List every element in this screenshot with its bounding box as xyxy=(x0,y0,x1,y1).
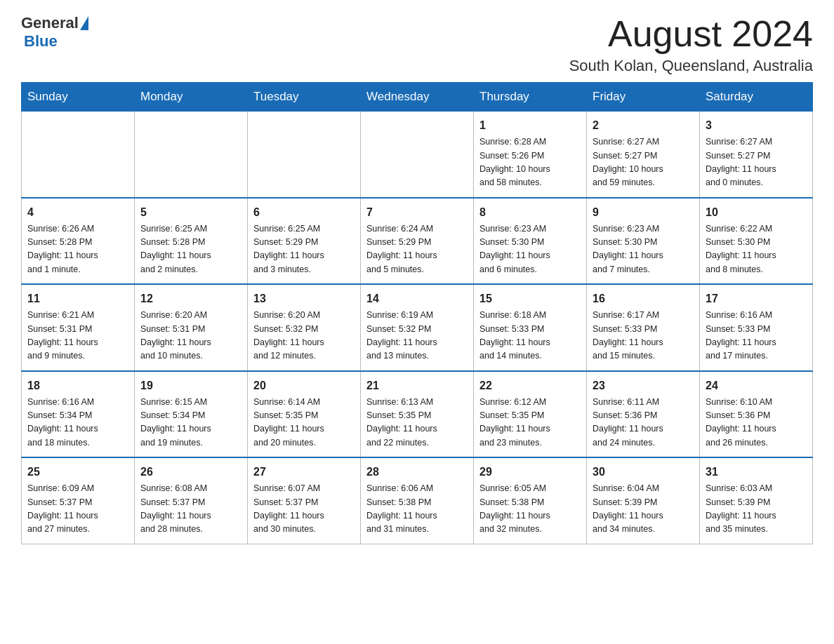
day-number: 6 xyxy=(253,204,355,221)
calendar-cell: 22Sunrise: 6:12 AM Sunset: 5:35 PM Dayli… xyxy=(474,371,587,458)
logo: General Blue xyxy=(21,14,88,51)
day-header-friday: Friday xyxy=(587,83,700,112)
calendar-cell: 3Sunrise: 6:27 AM Sunset: 5:27 PM Daylig… xyxy=(700,112,813,198)
title-block: August 2024 South Kolan, Queensland, Aus… xyxy=(569,14,813,75)
calendar-cell xyxy=(135,112,248,198)
day-header-sunday: Sunday xyxy=(22,83,135,112)
day-number: 14 xyxy=(366,290,468,307)
day-info: Sunrise: 6:11 AM Sunset: 5:36 PM Dayligh… xyxy=(593,396,694,450)
day-number: 27 xyxy=(253,464,355,481)
day-info: Sunrise: 6:03 AM Sunset: 5:39 PM Dayligh… xyxy=(706,482,807,537)
calendar-cell: 1Sunrise: 6:28 AM Sunset: 5:26 PM Daylig… xyxy=(474,112,587,198)
day-info: Sunrise: 6:06 AM Sunset: 5:38 PM Dayligh… xyxy=(366,482,468,537)
day-header-wednesday: Wednesday xyxy=(361,83,474,112)
calendar-cell: 27Sunrise: 6:07 AM Sunset: 5:37 PM Dayli… xyxy=(248,457,361,544)
calendar-week-row: 4Sunrise: 6:26 AM Sunset: 5:28 PM Daylig… xyxy=(22,198,813,285)
day-info: Sunrise: 6:18 AM Sunset: 5:33 PM Dayligh… xyxy=(479,309,581,363)
calendar-week-row: 1Sunrise: 6:28 AM Sunset: 5:26 PM Daylig… xyxy=(22,112,813,198)
calendar-week-row: 25Sunrise: 6:09 AM Sunset: 5:37 PM Dayli… xyxy=(22,457,813,544)
day-number: 1 xyxy=(479,117,581,134)
calendar-cell: 4Sunrise: 6:26 AM Sunset: 5:28 PM Daylig… xyxy=(22,198,135,285)
day-info: Sunrise: 6:10 AM Sunset: 5:36 PM Dayligh… xyxy=(706,396,807,450)
calendar-cell: 15Sunrise: 6:18 AM Sunset: 5:33 PM Dayli… xyxy=(474,284,587,371)
day-info: Sunrise: 6:20 AM Sunset: 5:31 PM Dayligh… xyxy=(140,309,241,363)
day-number: 2 xyxy=(593,117,694,134)
calendar-cell: 2Sunrise: 6:27 AM Sunset: 5:27 PM Daylig… xyxy=(587,112,700,198)
day-number: 29 xyxy=(479,464,581,481)
calendar-cell xyxy=(248,112,361,198)
calendar-cell: 26Sunrise: 6:08 AM Sunset: 5:37 PM Dayli… xyxy=(135,457,248,544)
day-number: 19 xyxy=(140,377,241,394)
day-info: Sunrise: 6:23 AM Sunset: 5:30 PM Dayligh… xyxy=(479,222,581,277)
day-number: 17 xyxy=(706,290,807,307)
day-number: 7 xyxy=(366,204,468,221)
day-info: Sunrise: 6:19 AM Sunset: 5:32 PM Dayligh… xyxy=(366,309,468,363)
calendar-cell: 18Sunrise: 6:16 AM Sunset: 5:34 PM Dayli… xyxy=(22,371,135,458)
calendar-cell: 6Sunrise: 6:25 AM Sunset: 5:29 PM Daylig… xyxy=(248,198,361,285)
calendar-cell: 12Sunrise: 6:20 AM Sunset: 5:31 PM Dayli… xyxy=(135,284,248,371)
calendar-cell: 19Sunrise: 6:15 AM Sunset: 5:34 PM Dayli… xyxy=(135,371,248,458)
day-number: 15 xyxy=(479,290,581,307)
calendar-cell: 14Sunrise: 6:19 AM Sunset: 5:32 PM Dayli… xyxy=(361,284,474,371)
day-number: 18 xyxy=(27,377,128,394)
day-info: Sunrise: 6:13 AM Sunset: 5:35 PM Dayligh… xyxy=(366,396,468,450)
day-info: Sunrise: 6:21 AM Sunset: 5:31 PM Dayligh… xyxy=(27,309,128,363)
day-info: Sunrise: 6:16 AM Sunset: 5:34 PM Dayligh… xyxy=(27,396,128,450)
day-info: Sunrise: 6:07 AM Sunset: 5:37 PM Dayligh… xyxy=(253,482,355,537)
calendar-cell: 31Sunrise: 6:03 AM Sunset: 5:39 PM Dayli… xyxy=(700,457,813,544)
day-number: 23 xyxy=(593,377,694,394)
calendar-cell: 8Sunrise: 6:23 AM Sunset: 5:30 PM Daylig… xyxy=(474,198,587,285)
calendar-cell: 11Sunrise: 6:21 AM Sunset: 5:31 PM Dayli… xyxy=(22,284,135,371)
page-header: General Blue August 2024 South Kolan, Qu… xyxy=(21,14,813,75)
calendar-cell: 30Sunrise: 6:04 AM Sunset: 5:39 PM Dayli… xyxy=(587,457,700,544)
calendar-cell: 7Sunrise: 6:24 AM Sunset: 5:29 PM Daylig… xyxy=(361,198,474,285)
day-number: 13 xyxy=(253,290,355,307)
calendar-table: SundayMondayTuesdayWednesdayThursdayFrid… xyxy=(21,82,813,544)
day-info: Sunrise: 6:23 AM Sunset: 5:30 PM Dayligh… xyxy=(593,222,694,277)
day-number: 8 xyxy=(479,204,581,221)
calendar-week-row: 18Sunrise: 6:16 AM Sunset: 5:34 PM Dayli… xyxy=(22,371,813,458)
calendar-cell: 16Sunrise: 6:17 AM Sunset: 5:33 PM Dayli… xyxy=(587,284,700,371)
day-info: Sunrise: 6:17 AM Sunset: 5:33 PM Dayligh… xyxy=(593,309,694,363)
day-info: Sunrise: 6:24 AM Sunset: 5:29 PM Dayligh… xyxy=(366,222,468,277)
calendar-title: August 2024 xyxy=(569,14,813,54)
day-header-thursday: Thursday xyxy=(474,83,587,112)
logo-blue: Blue xyxy=(24,32,58,51)
calendar-cell: 25Sunrise: 6:09 AM Sunset: 5:37 PM Dayli… xyxy=(22,457,135,544)
day-info: Sunrise: 6:25 AM Sunset: 5:28 PM Dayligh… xyxy=(140,222,241,277)
day-number: 26 xyxy=(140,464,241,481)
calendar-cell: 29Sunrise: 6:05 AM Sunset: 5:38 PM Dayli… xyxy=(474,457,587,544)
day-number: 31 xyxy=(706,464,807,481)
day-number: 11 xyxy=(27,290,128,307)
day-info: Sunrise: 6:12 AM Sunset: 5:35 PM Dayligh… xyxy=(479,396,581,450)
day-info: Sunrise: 6:15 AM Sunset: 5:34 PM Dayligh… xyxy=(140,396,241,450)
calendar-cell: 24Sunrise: 6:10 AM Sunset: 5:36 PM Dayli… xyxy=(700,371,813,458)
logo-triangle-icon xyxy=(80,16,88,30)
calendar-header-row: SundayMondayTuesdayWednesdayThursdayFrid… xyxy=(22,83,813,112)
day-number: 9 xyxy=(593,204,694,221)
day-number: 25 xyxy=(27,464,128,481)
day-header-monday: Monday xyxy=(135,83,248,112)
day-header-tuesday: Tuesday xyxy=(248,83,361,112)
day-info: Sunrise: 6:26 AM Sunset: 5:28 PM Dayligh… xyxy=(27,222,128,277)
calendar-cell: 5Sunrise: 6:25 AM Sunset: 5:28 PM Daylig… xyxy=(135,198,248,285)
calendar-cell: 13Sunrise: 6:20 AM Sunset: 5:32 PM Dayli… xyxy=(248,284,361,371)
day-number: 5 xyxy=(140,204,241,221)
day-number: 24 xyxy=(706,377,807,394)
day-number: 28 xyxy=(366,464,468,481)
calendar-cell: 17Sunrise: 6:16 AM Sunset: 5:33 PM Dayli… xyxy=(700,284,813,371)
calendar-week-row: 11Sunrise: 6:21 AM Sunset: 5:31 PM Dayli… xyxy=(22,284,813,371)
calendar-cell xyxy=(361,112,474,198)
day-info: Sunrise: 6:27 AM Sunset: 5:27 PM Dayligh… xyxy=(593,135,694,190)
day-info: Sunrise: 6:04 AM Sunset: 5:39 PM Dayligh… xyxy=(593,482,694,537)
day-number: 10 xyxy=(706,204,807,221)
day-info: Sunrise: 6:08 AM Sunset: 5:37 PM Dayligh… xyxy=(140,482,241,537)
day-header-saturday: Saturday xyxy=(700,83,813,112)
calendar-cell: 9Sunrise: 6:23 AM Sunset: 5:30 PM Daylig… xyxy=(587,198,700,285)
day-info: Sunrise: 6:22 AM Sunset: 5:30 PM Dayligh… xyxy=(706,222,807,277)
calendar-cell: 28Sunrise: 6:06 AM Sunset: 5:38 PM Dayli… xyxy=(361,457,474,544)
day-info: Sunrise: 6:25 AM Sunset: 5:29 PM Dayligh… xyxy=(253,222,355,277)
day-number: 3 xyxy=(706,117,807,134)
calendar-cell: 20Sunrise: 6:14 AM Sunset: 5:35 PM Dayli… xyxy=(248,371,361,458)
calendar-cell: 10Sunrise: 6:22 AM Sunset: 5:30 PM Dayli… xyxy=(700,198,813,285)
